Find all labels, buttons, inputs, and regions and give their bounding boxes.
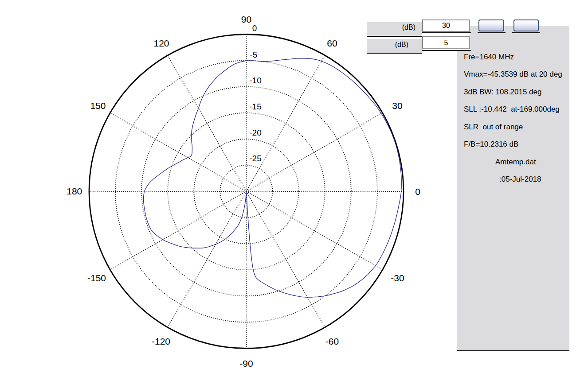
svg-text:-30: -30 xyxy=(391,273,404,283)
svg-text:-120: -120 xyxy=(152,336,170,346)
svg-text:-5: -5 xyxy=(250,50,258,59)
svg-text:-25: -25 xyxy=(249,154,261,163)
svg-text:120: 120 xyxy=(153,38,169,48)
svg-text:90: 90 xyxy=(241,14,251,24)
svg-text:30: 30 xyxy=(392,101,402,111)
svg-text:60: 60 xyxy=(327,38,337,48)
svg-text:180: 180 xyxy=(67,186,82,196)
svg-text:150: 150 xyxy=(90,101,106,111)
svg-text:-60: -60 xyxy=(325,336,339,346)
svg-text:0: 0 xyxy=(415,186,420,197)
svg-text:-90: -90 xyxy=(239,358,253,369)
svg-text:-20: -20 xyxy=(249,128,261,137)
svg-text:0: 0 xyxy=(252,23,257,33)
svg-text:-10: -10 xyxy=(249,76,261,85)
svg-text:-15: -15 xyxy=(249,102,261,111)
svg-text:-150: -150 xyxy=(87,273,106,283)
